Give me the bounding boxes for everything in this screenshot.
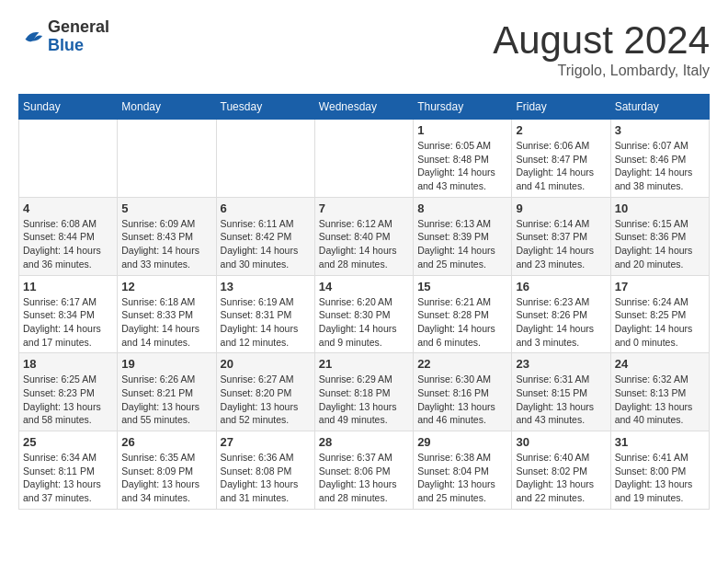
calendar-cell: 28Sunrise: 6:37 AM Sunset: 8:06 PM Dayli…	[314, 431, 413, 510]
calendar-week-row: 18Sunrise: 6:25 AM Sunset: 8:23 PM Dayli…	[19, 353, 710, 431]
day-number: 13	[221, 280, 311, 293]
calendar-cell: 5Sunrise: 6:09 AM Sunset: 8:43 PM Daylig…	[118, 197, 216, 275]
day-number: 25	[23, 435, 113, 449]
day-info: Sunrise: 6:20 AM Sunset: 8:30 PM Dayligh…	[319, 295, 409, 350]
logo-bird-icon	[18, 24, 44, 50]
calendar-cell: 18Sunrise: 6:25 AM Sunset: 8:23 PM Dayli…	[19, 353, 118, 431]
day-info: Sunrise: 6:26 AM Sunset: 8:21 PM Dayligh…	[121, 373, 211, 427]
day-number: 18	[23, 357, 113, 371]
day-number: 31	[615, 435, 705, 449]
calendar-cell: 13Sunrise: 6:19 AM Sunset: 8:31 PM Dayli…	[216, 275, 314, 353]
calendar-week-row: 4Sunrise: 6:08 AM Sunset: 8:44 PM Daylig…	[19, 197, 710, 275]
day-number: 17	[615, 280, 705, 293]
calendar-cell	[19, 120, 118, 198]
calendar-cell: 2Sunrise: 6:06 AM Sunset: 8:47 PM Daylig…	[512, 120, 610, 198]
weekday-header-saturday: Saturday	[610, 95, 709, 120]
day-info: Sunrise: 6:27 AM Sunset: 8:20 PM Dayligh…	[221, 373, 311, 427]
calendar-week-row: 11Sunrise: 6:17 AM Sunset: 8:34 PM Dayli…	[19, 275, 710, 353]
location-subtitle: Trigolo, Lombardy, Italy	[493, 63, 710, 79]
calendar-cell: 12Sunrise: 6:18 AM Sunset: 8:33 PM Dayli…	[118, 275, 216, 353]
weekday-header-row: SundayMondayTuesdayWednesdayThursdayFrid…	[19, 95, 710, 120]
weekday-header-wednesday: Wednesday	[314, 95, 413, 120]
day-info: Sunrise: 6:21 AM Sunset: 8:28 PM Dayligh…	[417, 295, 507, 350]
day-info: Sunrise: 6:40 AM Sunset: 8:02 PM Dayligh…	[516, 451, 606, 505]
day-info: Sunrise: 6:29 AM Sunset: 8:18 PM Dayligh…	[319, 373, 409, 427]
calendar-body: 1Sunrise: 6:05 AM Sunset: 8:48 PM Daylig…	[19, 120, 710, 510]
day-number: 12	[121, 280, 211, 293]
day-info: Sunrise: 6:07 AM Sunset: 8:46 PM Dayligh…	[615, 139, 705, 193]
day-info: Sunrise: 6:37 AM Sunset: 8:06 PM Dayligh…	[319, 451, 409, 505]
calendar-cell: 16Sunrise: 6:23 AM Sunset: 8:26 PM Dayli…	[512, 275, 610, 353]
weekday-header-sunday: Sunday	[19, 95, 118, 120]
calendar-cell: 3Sunrise: 6:07 AM Sunset: 8:46 PM Daylig…	[610, 120, 709, 198]
calendar-cell: 1Sunrise: 6:05 AM Sunset: 8:48 PM Daylig…	[414, 120, 512, 198]
day-number: 14	[319, 280, 409, 293]
calendar-cell: 17Sunrise: 6:24 AM Sunset: 8:25 PM Dayli…	[610, 275, 709, 353]
calendar-week-row: 1Sunrise: 6:05 AM Sunset: 8:48 PM Daylig…	[19, 120, 710, 198]
day-info: Sunrise: 6:15 AM Sunset: 8:36 PM Dayligh…	[615, 217, 705, 271]
day-info: Sunrise: 6:19 AM Sunset: 8:31 PM Dayligh…	[221, 295, 311, 350]
weekday-header-monday: Monday	[118, 95, 216, 120]
day-number: 26	[121, 435, 211, 449]
day-info: Sunrise: 6:34 AM Sunset: 8:11 PM Dayligh…	[23, 451, 113, 505]
day-info: Sunrise: 6:25 AM Sunset: 8:23 PM Dayligh…	[23, 373, 113, 427]
calendar-cell: 19Sunrise: 6:26 AM Sunset: 8:21 PM Dayli…	[118, 353, 216, 431]
calendar-cell: 15Sunrise: 6:21 AM Sunset: 8:28 PM Dayli…	[414, 275, 512, 353]
day-info: Sunrise: 6:09 AM Sunset: 8:43 PM Dayligh…	[121, 217, 211, 271]
day-info: Sunrise: 6:06 AM Sunset: 8:47 PM Dayligh…	[516, 139, 606, 193]
calendar-cell: 11Sunrise: 6:17 AM Sunset: 8:34 PM Dayli…	[19, 275, 118, 353]
day-info: Sunrise: 6:14 AM Sunset: 8:37 PM Dayligh…	[516, 217, 606, 271]
day-info: Sunrise: 6:32 AM Sunset: 8:13 PM Dayligh…	[615, 373, 705, 427]
calendar-cell: 14Sunrise: 6:20 AM Sunset: 8:30 PM Dayli…	[314, 275, 413, 353]
day-number: 10	[615, 201, 705, 215]
day-number: 21	[319, 357, 409, 371]
weekday-header-thursday: Thursday	[414, 95, 512, 120]
day-number: 6	[221, 201, 311, 215]
weekday-header-tuesday: Tuesday	[216, 95, 314, 120]
day-number: 15	[417, 280, 507, 293]
calendar-cell: 21Sunrise: 6:29 AM Sunset: 8:18 PM Dayli…	[314, 353, 413, 431]
calendar-cell: 27Sunrise: 6:36 AM Sunset: 8:08 PM Dayli…	[216, 431, 314, 510]
calendar-cell: 29Sunrise: 6:38 AM Sunset: 8:04 PM Dayli…	[414, 431, 512, 510]
day-info: Sunrise: 6:11 AM Sunset: 8:42 PM Dayligh…	[221, 217, 311, 271]
calendar-cell: 25Sunrise: 6:34 AM Sunset: 8:11 PM Dayli…	[19, 431, 118, 510]
calendar-cell: 20Sunrise: 6:27 AM Sunset: 8:20 PM Dayli…	[216, 353, 314, 431]
day-info: Sunrise: 6:36 AM Sunset: 8:08 PM Dayligh…	[221, 451, 311, 505]
day-info: Sunrise: 6:38 AM Sunset: 8:04 PM Dayligh…	[417, 451, 507, 505]
day-number: 29	[417, 435, 507, 449]
day-number: 7	[319, 201, 409, 215]
day-number: 2	[516, 123, 606, 137]
month-title: August 2024	[493, 18, 710, 63]
calendar-cell: 23Sunrise: 6:31 AM Sunset: 8:15 PM Dayli…	[512, 353, 610, 431]
day-info: Sunrise: 6:41 AM Sunset: 8:00 PM Dayligh…	[615, 451, 705, 505]
day-info: Sunrise: 6:05 AM Sunset: 8:48 PM Dayligh…	[417, 139, 507, 193]
day-number: 27	[221, 435, 311, 449]
day-number: 8	[417, 201, 507, 215]
day-number: 4	[23, 201, 113, 215]
calendar-table: SundayMondayTuesdayWednesdayThursdayFrid…	[18, 94, 710, 510]
day-number: 23	[516, 357, 606, 371]
calendar-cell: 9Sunrise: 6:14 AM Sunset: 8:37 PM Daylig…	[512, 197, 610, 275]
day-info: Sunrise: 6:30 AM Sunset: 8:16 PM Dayligh…	[417, 373, 507, 427]
calendar-cell: 10Sunrise: 6:15 AM Sunset: 8:36 PM Dayli…	[610, 197, 709, 275]
day-info: Sunrise: 6:17 AM Sunset: 8:34 PM Dayligh…	[23, 295, 113, 350]
logo-blue-text: Blue	[48, 36, 84, 54]
calendar-cell: 6Sunrise: 6:11 AM Sunset: 8:42 PM Daylig…	[216, 197, 314, 275]
page-header: General Blue August 2024 Trigolo, Lombar…	[18, 18, 710, 79]
calendar-week-row: 25Sunrise: 6:34 AM Sunset: 8:11 PM Dayli…	[19, 431, 710, 510]
day-info: Sunrise: 6:23 AM Sunset: 8:26 PM Dayligh…	[516, 295, 606, 350]
day-info: Sunrise: 6:13 AM Sunset: 8:39 PM Dayligh…	[417, 217, 507, 271]
logo: General Blue	[18, 18, 109, 55]
calendar-cell: 4Sunrise: 6:08 AM Sunset: 8:44 PM Daylig…	[19, 197, 118, 275]
calendar-cell: 30Sunrise: 6:40 AM Sunset: 8:02 PM Dayli…	[512, 431, 610, 510]
day-number: 16	[516, 280, 606, 293]
day-number: 5	[121, 201, 211, 215]
day-number: 30	[516, 435, 606, 449]
day-info: Sunrise: 6:35 AM Sunset: 8:09 PM Dayligh…	[121, 451, 211, 505]
day-info: Sunrise: 6:18 AM Sunset: 8:33 PM Dayligh…	[121, 295, 211, 350]
day-number: 9	[516, 201, 606, 215]
day-number: 24	[615, 357, 705, 371]
day-number: 11	[23, 280, 113, 293]
weekday-header-friday: Friday	[512, 95, 610, 120]
calendar-header: SundayMondayTuesdayWednesdayThursdayFrid…	[19, 95, 710, 120]
